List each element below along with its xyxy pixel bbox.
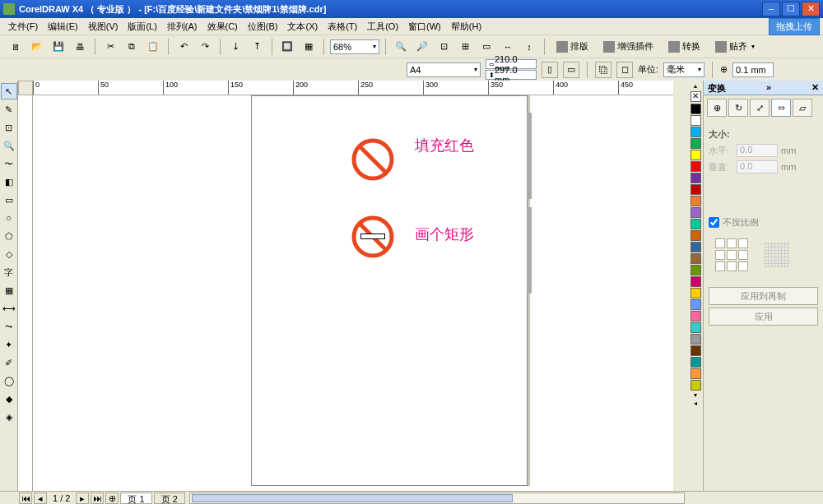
pick-tool[interactable]: ↖ (1, 83, 17, 99)
last-page-button[interactable]: ⏭ (91, 492, 104, 504)
eyedropper-tool[interactable]: ✐ (1, 354, 17, 371)
color-swatch[interactable] (690, 299, 701, 310)
minimize-button[interactable]: – (762, 2, 780, 16)
redo-icon[interactable]: ↷ (196, 38, 214, 56)
rectangle-tool[interactable]: ▭ (1, 192, 17, 208)
facing-pages-button[interactable]: ⿻ (595, 62, 611, 78)
single-page-button[interactable]: ◻ (616, 62, 633, 78)
apply-button[interactable]: 应用 (709, 307, 818, 326)
layout-button[interactable]: 排版 (551, 38, 594, 56)
fill-tool[interactable]: ◆ (1, 391, 17, 407)
color-swatch[interactable] (690, 242, 701, 252)
docker-tab-skew[interactable]: ▱ (793, 99, 812, 117)
menu-effects[interactable]: 效果(C) (202, 19, 243, 35)
menu-table[interactable]: 表格(T) (323, 19, 362, 35)
palette-flyout-icon[interactable]: ◂ (690, 400, 701, 408)
color-swatch[interactable] (690, 322, 701, 333)
color-swatch[interactable] (690, 368, 701, 379)
color-swatch[interactable] (690, 184, 701, 195)
docker-close-icon[interactable]: ✕ (811, 82, 819, 93)
color-swatch[interactable] (690, 127, 701, 137)
zoom-tool[interactable]: 🔍 (1, 137, 17, 154)
color-swatch[interactable] (690, 276, 701, 287)
non-proportional-checkbox[interactable] (709, 217, 719, 228)
undo-icon[interactable]: ↶ (174, 38, 193, 56)
page-tab-2[interactable]: 页 2 (154, 492, 185, 504)
menu-text[interactable]: 文本(X) (282, 19, 323, 35)
docker-tab-rotate[interactable]: ↻ (728, 99, 748, 117)
color-swatch[interactable] (690, 357, 701, 368)
welcome-icon[interactable]: ▦ (300, 38, 318, 56)
text-tool[interactable]: 字 (1, 264, 17, 280)
color-swatch[interactable] (690, 288, 701, 298)
color-swatch[interactable] (690, 138, 701, 149)
color-swatch[interactable] (690, 207, 701, 218)
zoom-selection-icon[interactable]: ⊡ (435, 38, 453, 56)
color-swatch[interactable] (690, 196, 701, 206)
color-swatch[interactable] (690, 311, 701, 321)
menu-bitmap[interactable]: 位图(B) (243, 19, 283, 35)
prev-page-button[interactable]: ◂ (34, 492, 47, 504)
menu-arrange[interactable]: 排列(A) (162, 19, 202, 35)
ellipse-tool[interactable]: ○ (1, 210, 17, 226)
open-icon[interactable]: 📂 (28, 38, 46, 56)
color-swatch[interactable] (690, 265, 701, 275)
paste-icon[interactable]: 📋 (144, 38, 162, 56)
ruler-origin[interactable] (18, 81, 33, 95)
color-swatch[interactable] (690, 230, 701, 241)
horizontal-field[interactable]: 0.0 (737, 144, 778, 157)
copy-icon[interactable]: ⧉ (123, 38, 141, 56)
horizontal-scrollbar[interactable] (189, 492, 685, 504)
docker-tab-scale[interactable]: ⤢ (750, 99, 770, 117)
menu-edit[interactable]: 编辑(E) (43, 19, 83, 35)
zoom-height-icon[interactable]: ↕ (520, 38, 538, 56)
freehand-tool[interactable]: 〜 (1, 155, 17, 172)
color-swatch[interactable] (690, 173, 701, 183)
dimension-tool[interactable]: ⟷ (1, 300, 17, 317)
interactive-tool[interactable]: ✦ (1, 336, 17, 353)
page-height-field[interactable]: ⬍297.0 mm (486, 70, 537, 80)
shape-tool[interactable]: ✎ (1, 101, 17, 118)
interactive-fill-tool[interactable]: ◈ (1, 409, 17, 425)
import-icon[interactable]: ⤓ (226, 38, 244, 56)
docker-tab-position[interactable]: ⊕ (707, 99, 727, 117)
connector-tool[interactable]: ⤳ (1, 318, 17, 335)
vertical-field[interactable]: 0.0 (737, 160, 778, 173)
portrait-button[interactable]: ▯ (542, 62, 558, 78)
menu-tools[interactable]: 工具(O) (362, 19, 403, 35)
maximize-button[interactable]: ☐ (782, 2, 800, 16)
snap-button[interactable]: 贴齐▾ (709, 38, 760, 56)
paper-size-combo[interactable]: A4▾ (407, 62, 481, 77)
canvas[interactable]: 填充红色 画个矩形 (33, 95, 673, 491)
first-page-button[interactable]: ⏮ (19, 492, 32, 504)
unit-combo[interactable]: 毫米▾ (663, 62, 704, 77)
color-swatch[interactable] (690, 150, 701, 160)
nudge-field[interactable]: 0.1 mm (732, 62, 774, 77)
polygon-tool[interactable]: ⬠ (1, 228, 17, 244)
menu-layout[interactable]: 版面(L) (123, 19, 161, 35)
crop-tool[interactable]: ⊡ (1, 119, 17, 136)
small-rectangle[interactable] (360, 234, 385, 239)
add-page-button[interactable]: ⊕ (105, 492, 119, 504)
menu-help[interactable]: 帮助(H) (446, 19, 486, 35)
plugin-button[interactable]: 增强插件 (597, 38, 659, 56)
export-icon[interactable]: ⤒ (248, 38, 266, 56)
outline-tool[interactable]: ◯ (1, 372, 17, 389)
color-swatch[interactable] (690, 253, 701, 264)
palette-down-icon[interactable]: ▾ (690, 391, 701, 400)
new-icon[interactable]: 🗎 (7, 38, 25, 56)
color-swatch[interactable] (690, 380, 701, 391)
color-swatch[interactable] (690, 334, 701, 344)
next-page-button[interactable]: ▸ (76, 492, 89, 504)
save-icon[interactable]: 💾 (49, 38, 67, 56)
zoom-in-icon[interactable]: 🔍 (392, 38, 410, 56)
close-button[interactable]: ✕ (802, 2, 820, 16)
page-tab-1[interactable]: 页 1 (120, 492, 151, 504)
print-icon[interactable]: 🖶 (71, 38, 89, 56)
table-tool[interactable]: ▦ (1, 282, 17, 298)
zoom-all-icon[interactable]: ⊞ (456, 38, 474, 56)
color-swatch[interactable] (690, 115, 701, 126)
color-none[interactable] (690, 91, 701, 102)
color-swatch[interactable] (690, 219, 701, 229)
color-swatch[interactable] (690, 104, 701, 114)
